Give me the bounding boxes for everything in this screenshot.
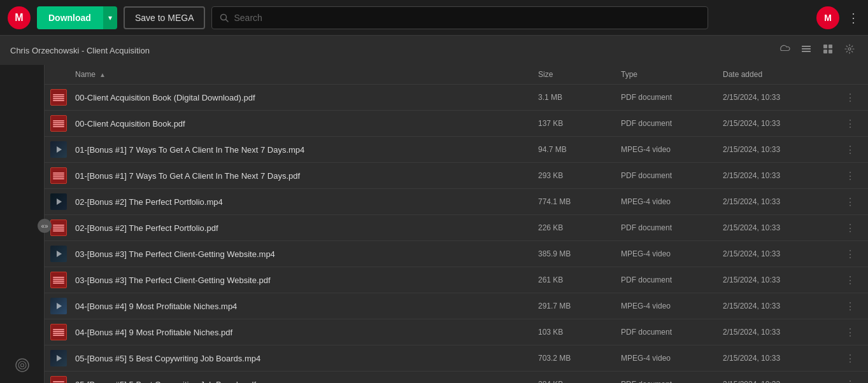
file-date: 2/15/2024, 10:33 (723, 275, 837, 284)
file-more-button[interactable]: ⋮ (837, 352, 863, 365)
download-button[interactable]: Download (37, 6, 103, 29)
file-date: 2/15/2024, 10:33 (723, 223, 837, 232)
table-row[interactable]: 05-[Bonus #5] 5 Best Copywriting Job Boa… (45, 345, 868, 372)
column-size: Size (538, 70, 621, 79)
file-date: 2/15/2024, 10:33 (723, 119, 837, 128)
file-date: 2/15/2024, 10:33 (723, 302, 837, 310)
table-row[interactable]: 03-[Bonus #3] The Perfect Client-Getting… (45, 241, 868, 267)
topbar-right: M ⋮ (816, 6, 860, 29)
svg-point-12 (20, 364, 24, 367)
file-name: 04-[Bonus #4] 9 Most Profitable Niches.m… (75, 302, 538, 311)
file-name: 05-[Bonus #5] 5 Best Copywriting Job Boa… (75, 354, 538, 363)
sidebar: «» (0, 65, 45, 383)
table-row[interactable]: 02-[Bonus #2] The Perfect Portfolio.mp4 … (45, 189, 868, 215)
file-more-button[interactable]: ⋮ (837, 222, 863, 234)
table-row[interactable]: 04-[Bonus #4] 9 Most Profitable Niches.p… (45, 319, 868, 345)
file-icon-mp4 (50, 297, 68, 315)
file-type: MPEG-4 video (621, 302, 723, 310)
file-size: 291.7 MB (538, 302, 621, 310)
file-size: 226 KB (538, 223, 621, 232)
file-type: PDF document (621, 171, 723, 180)
table-row[interactable]: 00-Client Acquisition Book.pdf 137 KB PD… (45, 111, 868, 137)
search-input[interactable] (234, 13, 700, 23)
file-size: 284 KB (538, 380, 621, 383)
breadcrumb-bar: Chris Orzechowski - Client Acquisition (0, 36, 868, 65)
file-date: 2/15/2024, 10:33 (723, 328, 837, 337)
file-more-button[interactable]: ⋮ (837, 196, 863, 208)
column-type: Type (621, 70, 723, 79)
settings-button[interactable] (841, 42, 858, 59)
svg-rect-4 (802, 51, 811, 52)
file-more-button[interactable]: ⋮ (837, 92, 863, 104)
svg-line-1 (226, 19, 229, 22)
topbar: M Download ▾ Save to MEGA M ⋮ (0, 0, 868, 36)
file-type: PDF document (621, 328, 723, 337)
file-more-button[interactable]: ⋮ (837, 379, 863, 384)
file-name: 02-[Bonus #2] The Perfect Portfolio.pdf (75, 223, 538, 233)
svg-rect-5 (823, 45, 827, 48)
file-more-button[interactable]: ⋮ (837, 118, 863, 130)
list-view-button[interactable] (798, 42, 815, 59)
user-avatar[interactable]: M (816, 6, 839, 29)
svg-point-11 (18, 361, 26, 369)
file-type: PDF document (621, 93, 723, 102)
grid-view-button[interactable] (820, 42, 836, 59)
file-more-button[interactable]: ⋮ (837, 274, 863, 286)
column-name[interactable]: Name ▲ (75, 70, 538, 79)
table-row[interactable]: 04-[Bonus #4] 9 Most Profitable Niches.m… (45, 293, 868, 319)
file-name: 03-[Bonus #3] The Perfect Client-Getting… (75, 249, 538, 259)
file-name: 00-Client Acquisition Book.pdf (75, 119, 538, 129)
file-size: 293 KB (538, 171, 621, 180)
file-type: MPEG-4 video (621, 354, 723, 363)
table-row[interactable]: 03-[Bonus #3] The Perfect Client-Getting… (45, 267, 868, 293)
table-row[interactable]: 00-Client Acquisition Book (Digital Down… (45, 85, 868, 111)
file-name: 04-[Bonus #4] 9 Most Profitable Niches.p… (75, 328, 538, 337)
svg-rect-6 (829, 45, 832, 48)
table-row[interactable]: 02-[Bonus #2] The Perfect Portfolio.pdf … (45, 215, 868, 241)
file-more-button[interactable]: ⋮ (837, 144, 863, 156)
file-date: 2/15/2024, 10:33 (723, 354, 837, 363)
file-type: PDF document (621, 380, 723, 383)
file-size: 385.9 MB (538, 249, 621, 258)
file-date: 2/15/2024, 10:33 (723, 197, 837, 206)
file-more-button[interactable]: ⋮ (837, 170, 863, 182)
table-row[interactable]: 05-[Bonus #5] 5 Best Copywriting Job Boa… (45, 372, 868, 383)
sidebar-toggle[interactable]: «» (38, 219, 52, 233)
file-more-button[interactable]: ⋮ (837, 300, 863, 312)
sidebar-bottom-icon[interactable] (14, 357, 31, 377)
save-to-mega-button[interactable]: Save to MEGA (124, 6, 206, 29)
table-row[interactable]: 01-[Bonus #1] 7 Ways To Get A Client In … (45, 163, 868, 189)
sort-arrow: ▲ (99, 71, 106, 78)
file-icon-pdf (50, 167, 68, 185)
table-row[interactable]: 01-[Bonus #1] 7 Ways To Get A Client In … (45, 137, 868, 163)
more-options-button[interactable]: ⋮ (847, 10, 860, 25)
mega-logo[interactable]: M (8, 6, 31, 29)
download-btn-group: Download ▾ (37, 6, 117, 29)
file-icon-pdf (50, 115, 68, 132)
table-header: Name ▲ Size Type Date added (45, 65, 868, 85)
search-bar (211, 6, 708, 29)
svg-point-10 (16, 359, 29, 372)
file-size: 261 KB (538, 275, 621, 284)
file-size: 94.7 MB (538, 145, 621, 154)
file-name: 01-[Bonus #1] 7 Ways To Get A Client In … (75, 171, 538, 181)
file-type: MPEG-4 video (621, 249, 723, 258)
file-name: 01-[Bonus #1] 7 Ways To Get A Client In … (75, 145, 538, 155)
file-more-button[interactable]: ⋮ (837, 248, 863, 260)
file-type: PDF document (621, 223, 723, 232)
file-more-button[interactable]: ⋮ (837, 326, 863, 338)
view-icons (776, 42, 858, 59)
file-type: PDF document (621, 275, 723, 284)
search-icon (220, 13, 229, 22)
file-type: PDF document (621, 119, 723, 128)
svg-rect-3 (802, 48, 811, 50)
cloud-icon-button[interactable] (776, 42, 793, 59)
file-icon-mp4 (50, 349, 68, 367)
file-icon-pdf (50, 271, 68, 289)
file-icon-mp4 (50, 141, 68, 158)
file-date: 2/15/2024, 10:33 (723, 249, 837, 258)
download-arrow-button[interactable]: ▾ (103, 6, 117, 29)
svg-point-9 (848, 48, 851, 50)
file-date: 2/15/2024, 10:33 (723, 171, 837, 180)
file-name: 05-[Bonus #5] 5 Best Copywriting Job Boa… (75, 380, 538, 384)
